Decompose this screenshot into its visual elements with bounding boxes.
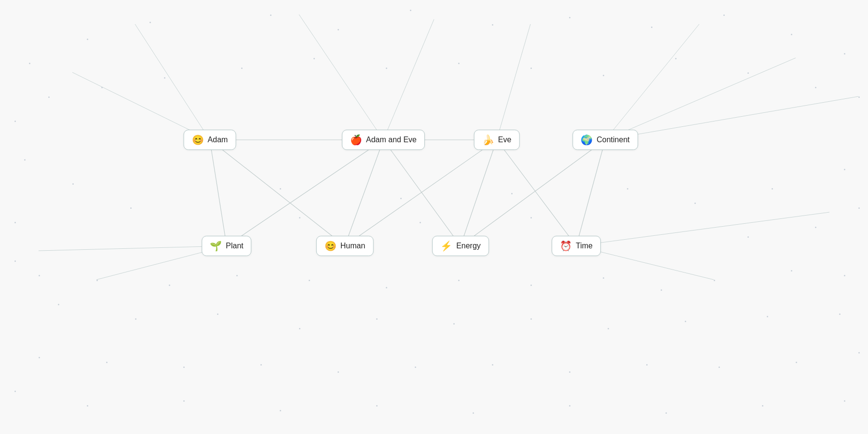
background-dot: [48, 96, 50, 98]
element-emoji: 🌍: [581, 135, 593, 145]
element-emoji: ⚡: [440, 241, 452, 251]
background-dot: [569, 371, 570, 373]
element-node-adam-eve[interactable]: 🍎Adam and Eve: [342, 130, 425, 150]
background-dot: [453, 323, 455, 325]
background-dot: [217, 313, 218, 315]
background-dot: [106, 362, 108, 363]
element-label: Eve: [498, 136, 512, 144]
background-dot: [236, 275, 238, 276]
background-dot: [796, 362, 797, 363]
background-dot: [14, 121, 16, 122]
background-dot: [603, 75, 604, 76]
background-dot: [844, 275, 845, 276]
background-dot: [164, 77, 165, 79]
background-dot: [386, 287, 387, 288]
background-dot: [858, 96, 860, 98]
background-dot: [839, 313, 841, 315]
element-node-plant[interactable]: 🌱Plant: [202, 236, 251, 256]
element-node-human[interactable]: 😊Human: [316, 236, 374, 256]
background-dot: [299, 328, 300, 329]
connection-line-offscreen: [39, 246, 227, 251]
background-dot: [376, 318, 378, 320]
background-dot: [410, 10, 411, 11]
background-dot: [530, 285, 532, 286]
connection-line-offscreen: [605, 24, 699, 140]
element-node-time[interactable]: ⏰Time: [552, 236, 601, 256]
background-dot: [747, 72, 749, 74]
background-dot: [96, 280, 98, 281]
background-dot: [87, 405, 88, 407]
background-dot: [844, 169, 845, 170]
connection-line-offscreen: [135, 24, 210, 140]
background-dot: [260, 364, 262, 366]
connection-line-offscreen: [605, 96, 858, 140]
element-node-continent[interactable]: 🌍Continent: [572, 130, 638, 150]
background-dot: [473, 412, 474, 414]
connection-line: [461, 140, 497, 246]
background-dot: [627, 188, 628, 190]
background-dot: [511, 193, 513, 194]
background-dot: [675, 58, 677, 59]
background-dot: [747, 236, 749, 238]
background-dot: [183, 400, 185, 402]
background-dot: [299, 217, 300, 218]
element-emoji: 🌱: [210, 241, 222, 251]
element-label: Adam: [208, 136, 228, 144]
background-dot: [694, 203, 696, 204]
background-dot: [135, 318, 136, 320]
background-dot: [530, 68, 532, 69]
element-label: Energy: [456, 242, 481, 250]
background-dot: [762, 405, 763, 407]
background-dot: [14, 222, 16, 223]
connection-line: [461, 140, 605, 246]
background-dot: [772, 188, 773, 190]
background-dot: [714, 280, 715, 281]
background-dot: [309, 280, 310, 281]
element-emoji: 🍌: [482, 135, 494, 145]
connection-line: [227, 140, 383, 246]
element-emoji: ⏰: [560, 241, 572, 251]
connection-line: [210, 140, 227, 246]
background-dot: [858, 352, 860, 353]
background-dot: [39, 357, 40, 358]
element-emoji: 🍎: [350, 135, 362, 145]
background-dot: [386, 68, 387, 69]
background-dot: [530, 318, 532, 320]
background-dot: [24, 159, 26, 161]
background-dot: [29, 63, 30, 64]
background-dot: [844, 53, 845, 54]
background-dot: [685, 321, 686, 322]
element-label: Adam and Eve: [366, 136, 417, 144]
connection-line: [210, 140, 345, 246]
background-dot: [815, 227, 816, 228]
background-dot: [815, 87, 816, 88]
background-dot: [169, 285, 170, 286]
background-dot: [458, 63, 460, 64]
background-dot: [280, 410, 281, 411]
element-node-adam[interactable]: 😊Adam: [184, 130, 236, 150]
element-node-energy[interactable]: ⚡Energy: [432, 236, 489, 256]
background-dot: [415, 366, 416, 368]
background-dot: [14, 391, 16, 392]
connection-line-offscreen: [605, 58, 796, 140]
element-label: Plant: [226, 242, 243, 250]
background-dot: [376, 405, 378, 407]
connection-line-offscreen: [576, 212, 829, 246]
background-dot: [39, 275, 40, 276]
background-dot: [608, 328, 609, 329]
background-dot: [338, 371, 339, 373]
background-dot: [420, 222, 421, 223]
background-dot: [338, 29, 339, 30]
connection-line: [576, 140, 605, 246]
background-dot: [458, 280, 460, 281]
background-dot: [646, 364, 648, 366]
background-dot: [72, 183, 74, 185]
element-node-eve[interactable]: 🍌Eve: [474, 130, 520, 150]
background-dot: [651, 27, 652, 28]
background-dot: [14, 260, 16, 262]
background-dot: [58, 304, 59, 305]
connection-line: [497, 140, 576, 246]
background-dot: [241, 68, 243, 69]
connection-line: [345, 140, 497, 246]
background-dot: [183, 366, 185, 368]
